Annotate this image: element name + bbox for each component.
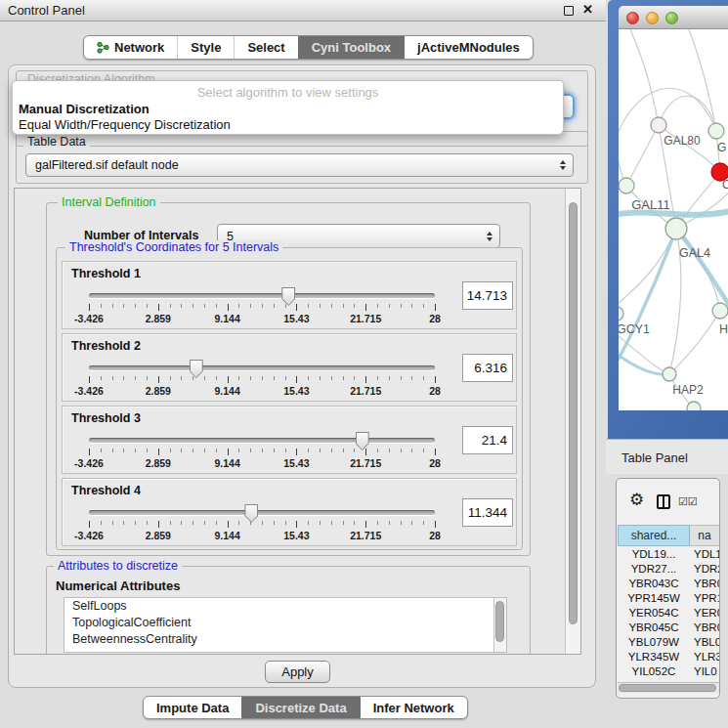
gear-icon[interactable]: ⚙ [629, 492, 644, 508]
table-row[interactable]: YIL052CYIL0 [618, 664, 720, 678]
threshold-value-field[interactable]: 21.4 [462, 426, 513, 454]
threshold-slider[interactable]: -3.4262.8599.14415.4321.71528 [89, 287, 435, 328]
threshold-2-box: Threshold 2-3.4262.8599.14415.4321.71528… [62, 333, 517, 402]
tab-style[interactable]: Style [177, 36, 234, 59]
tab-label: jActiveMNodules [417, 40, 520, 55]
node-label: GAL4 [679, 246, 710, 260]
apply-button[interactable]: Apply [265, 661, 330, 683]
threshold-slider[interactable]: -3.4262.8599.14415.4321.71528 [89, 432, 435, 473]
numerical-attributes-label: Numerical Attributes [56, 578, 180, 593]
threshold-value-field[interactable]: 6.316 [462, 354, 513, 382]
table-header-row: shared... na [618, 525, 720, 546]
column-header-shared-name[interactable]: shared... [618, 525, 690, 546]
table-row[interactable]: YBR045CYBR0 [618, 620, 720, 634]
slider-track[interactable] [89, 510, 435, 515]
slider-tick-labels: -3.4262.8599.14415.4321.71528 [89, 385, 435, 397]
table-rows: YDL19...YDL1YDR27...YDR2YBR043CYBR0YPR14… [618, 547, 720, 682]
tab-label: Style [191, 40, 221, 55]
bottom-tab-infer-network[interactable]: Infer Network [360, 697, 467, 718]
bottom-tab-impute-data[interactable]: Impute Data [144, 697, 241, 718]
threshold-value-field[interactable]: 14.713 [462, 281, 513, 310]
attribute-item-betweennesscentrality[interactable]: BetweennessCentrality [64, 631, 506, 648]
slider-tick-labels: -3.4262.8599.14415.4321.71528 [89, 313, 435, 324]
threshold-value-field[interactable]: 11.344 [462, 498, 513, 527]
cell-name: YLR3 [690, 649, 720, 664]
attribute-item-topologicalcoefficient[interactable]: TopologicalCoefficient [64, 615, 506, 631]
bottom-tab-discretize-data[interactable]: Discretize Data [241, 697, 359, 718]
network-node[interactable] [712, 303, 728, 319]
list-scrollbar[interactable] [493, 598, 506, 652]
table-row[interactable]: YLR345WYLR3 [618, 649, 720, 664]
slider-tick-labels: -3.4262.8599.14415.4321.71528 [89, 530, 435, 541]
cell-shared-name: YLR345W [618, 649, 690, 664]
tab-label: Select [247, 40, 284, 55]
network-node[interactable] [619, 178, 634, 193]
table-row[interactable]: YDR27...YDR2 [618, 562, 720, 577]
slider-tick-labels: -3.4262.8599.14415.4321.71528 [89, 457, 435, 469]
split-columns-icon[interactable] [657, 494, 670, 509]
node-label: HAP2 [672, 383, 704, 397]
table-row[interactable]: YBR043CYBR0 [618, 577, 720, 591]
slider-ticks [89, 304, 435, 312]
table-horizontal-scrollbar[interactable] [618, 682, 720, 693]
list-scrollbar-thumb[interactable] [495, 601, 504, 642]
top-tab-bar: NetworkStyleSelectCyni ToolboxjActiveMNo… [83, 35, 534, 60]
tab-jactivemnodules[interactable]: jActiveMNodules [404, 36, 533, 59]
table-row[interactable]: YPR145WYPR1 [618, 591, 720, 606]
table-panel-box: ⚙ ☑☑ shared... na YDL19...YDL1YDR27...YD… [616, 478, 720, 699]
table-data-value: galFiltered.sif default node [35, 158, 179, 172]
threshold-label: Threshold 3 [71, 411, 141, 425]
cell-shared-name: YDL19... [618, 547, 690, 562]
float-window-icon[interactable] [564, 6, 574, 16]
threshold-label: Threshold 2 [71, 339, 141, 353]
slider-track[interactable] [89, 365, 435, 370]
tab-label: Impute Data [156, 701, 229, 715]
table-row[interactable]: YER054CYER0 [618, 606, 720, 621]
threshold-slider[interactable]: -3.4262.8599.14415.4321.71528 [89, 360, 435, 401]
cell-shared-name: YIL052C [618, 664, 690, 678]
tab-select[interactable]: Select [234, 36, 297, 59]
cell-name: YPR1 [690, 591, 720, 606]
table-data-select[interactable]: galFiltered.sif default node [25, 153, 574, 177]
tab-cyni-toolbox[interactable]: Cyni Toolbox [298, 36, 404, 59]
network-node[interactable] [651, 117, 666, 133]
network-icon [97, 41, 109, 54]
cell-name: YIL0 [690, 664, 720, 678]
attribute-item-selfloops[interactable]: SelfLoops [64, 598, 506, 615]
slider-track[interactable] [89, 293, 435, 298]
cell-name: YER0 [690, 606, 720, 621]
table-data-group-title: Table Data [23, 135, 90, 149]
dropdown-option-manual[interactable]: Manual Discretization [19, 102, 150, 116]
network-node[interactable] [708, 123, 724, 139]
close-traffic-light-icon[interactable] [626, 12, 639, 24]
table-hscrollbar-thumb[interactable] [619, 684, 716, 692]
network-node[interactable] [687, 402, 701, 410]
slider-ticks [89, 449, 435, 456]
table-row[interactable]: YDL19...YDL1 [618, 547, 720, 562]
dropdown-option-equal-width[interactable]: Equal Width/Frequency Discretization [19, 117, 231, 132]
select-columns-icon[interactable]: ☑☑ [678, 495, 698, 508]
table-row[interactable]: YBL079WYBL0 [618, 634, 720, 649]
column-header-name[interactable]: na [690, 525, 720, 546]
interval-definition-title: Interval Definition [58, 195, 160, 209]
settings-scrollbar-thumb[interactable] [569, 202, 578, 624]
tab-label: Discretize Data [255, 701, 346, 715]
network-canvas[interactable]: GAL80GAL11GAL4GCY1HAP2GCH [619, 29, 728, 410]
cell-name: YDR2 [690, 562, 720, 577]
threshold-4-box: Threshold 4-3.4262.8599.14415.4321.71528… [62, 478, 517, 546]
network-node[interactable] [619, 307, 623, 321]
minimize-traffic-light-icon[interactable] [646, 12, 659, 24]
cell-name: YBR0 [690, 577, 720, 591]
zoom-traffic-light-icon[interactable] [665, 12, 678, 24]
tab-label: Network [114, 40, 164, 55]
tab-network[interactable]: Network [84, 36, 177, 59]
network-node[interactable] [663, 367, 676, 381]
thresholds-group-title: Threshold's Coordinates for 5 Intervals [65, 240, 282, 254]
threshold-slider[interactable]: -3.4262.8599.14415.4321.71528 [89, 504, 435, 545]
cell-shared-name: YBL079W [618, 634, 690, 649]
network-node[interactable] [665, 218, 687, 239]
close-icon[interactable]: ✕ [582, 2, 593, 17]
settings-scrollbar[interactable] [565, 189, 580, 654]
attributes-group-title: Attributes to discretize [54, 559, 182, 573]
slider-track[interactable] [89, 438, 435, 443]
